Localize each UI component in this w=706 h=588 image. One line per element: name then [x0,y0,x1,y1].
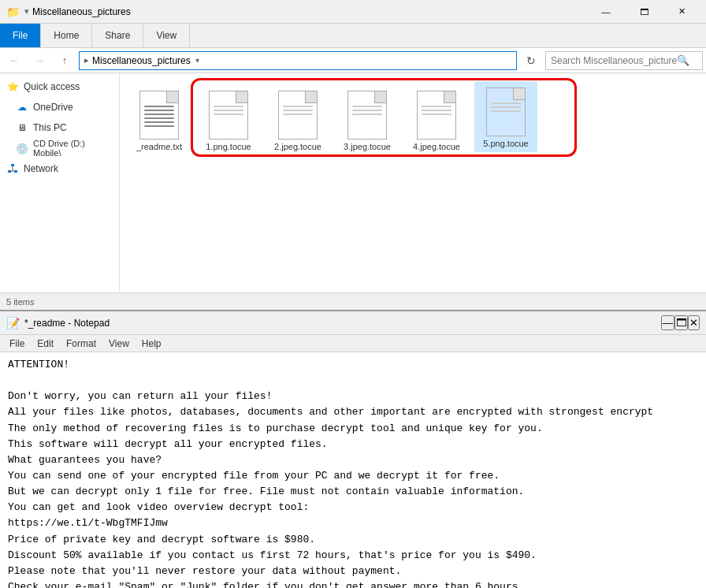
breadcrumb-dropdown[interactable]: ▾ [195,56,199,65]
list-item[interactable]: 4.jpeg.tocue [405,84,468,155]
cloud-icon: ☁ [16,101,28,114]
svg-rect-0 [11,164,14,166]
notepad-menu: File Edit Format View Help [0,335,706,352]
notepad-menu-edit[interactable]: Edit [31,337,60,351]
file-icon [278,91,318,140]
title-text: Miscellaneous_pictures [32,6,588,17]
up-button[interactable]: ↑ [54,50,76,71]
notepad-icon: 📝 [6,317,20,329]
file-icon [486,87,526,136]
tab-file[interactable]: File [0,24,41,47]
title-bar: 📁 ▾ Miscellaneous_pictures — 🗖 ✕ [0,0,706,24]
sidebar-item-thispc[interactable]: 🖥 This PC [0,117,119,138]
notepad-menu-format[interactable]: Format [60,337,102,351]
breadcrumb-text: Miscellaneous_pictures [92,55,191,66]
file-name: 2.jpeg.tocue [274,141,321,152]
search-input[interactable] [551,55,677,66]
file-icon [139,91,179,140]
title-icon: 📁 [6,6,20,18]
file-name: 4.jpeg.tocue [413,141,460,152]
refresh-button[interactable]: ↻ [520,50,542,71]
maximize-button[interactable]: 🗖 [626,0,662,24]
ribbon: File Home Share View [0,24,706,48]
notepad-minimize-button[interactable]: — [661,315,674,330]
file-icon [209,91,248,140]
tab-view[interactable]: View [143,24,190,47]
notepad-menu-view[interactable]: View [102,337,136,351]
notepad-close-button[interactable]: ✕ [688,315,700,330]
cd-icon: 💿 [16,142,28,154]
sidebar-item-onedrive[interactable]: ☁ OneDrive [0,97,119,117]
main-layout: ⭐ Quick access ☁ OneDrive 🖥 This PC 💿 CD… [0,73,706,292]
sidebar-label-cddrive: CD Drive (D:) Mobile\ [33,139,113,158]
notepad-title: *_readme - Notepad [24,318,661,329]
sidebar: ⭐ Quick access ☁ OneDrive 🖥 This PC 💿 CD… [0,73,120,292]
item-count: 5 items [6,297,34,307]
sidebar-item-cddrive[interactable]: 💿 CD Drive (D:) Mobile\ [0,138,119,158]
sidebar-label-quick-access: Quick access [24,81,80,92]
notepad-maximize-button[interactable]: 🗖 [674,315,688,330]
star-icon: ⭐ [6,80,19,93]
sidebar-item-network[interactable]: Network [0,158,119,179]
file-name: 3.jpeg.tocue [344,141,391,152]
breadcrumb[interactable]: ▸ Miscellaneous_pictures ▾ [79,51,517,70]
address-bar: ← → ↑ ▸ Miscellaneous_pictures ▾ ↻ 🔍 [0,48,706,73]
list-item[interactable]: _readme.txt [128,84,191,155]
notepad-title-bar: 📝 *_readme - Notepad — 🗖 ✕ [0,311,706,335]
tab-home[interactable]: Home [41,24,92,47]
sidebar-item-quick-access[interactable]: ⭐ Quick access [0,76,119,97]
list-item[interactable]: 2.jpeg.tocue [266,84,329,155]
sidebar-label-onedrive: OneDrive [33,102,73,113]
list-item[interactable]: 5.png.tocue [474,81,537,152]
pc-icon: 🖥 [16,121,28,134]
notepad-content[interactable]: ATTENTION! Don't worry, you can return a… [0,352,706,588]
breadcrumb-arrow: ▸ [84,55,89,65]
forward-button[interactable]: → [28,50,50,71]
file-icon [347,91,387,140]
search-icon: 🔍 [677,54,689,66]
tab-share[interactable]: Share [92,24,143,47]
search-box: 🔍 [545,51,703,70]
minimize-button[interactable]: — [588,0,624,24]
network-icon [6,162,19,175]
file-name: 1.png.tocue [206,141,251,152]
sidebar-label-thispc: This PC [33,122,67,133]
close-button[interactable]: ✕ [663,0,700,24]
status-bar: 5 items [0,292,706,310]
notepad-menu-help[interactable]: Help [136,337,168,351]
notepad-window: 📝 *_readme - Notepad — 🗖 ✕ File Edit For… [0,310,706,588]
list-item[interactable]: 3.jpeg.tocue [336,84,399,155]
window-controls: — 🗖 ✕ [588,0,700,24]
file-name: 5.png.tocue [483,138,529,149]
notepad-menu-file[interactable]: File [3,337,31,351]
file-name: _readme.txt [136,141,182,152]
file-area: _readme.txt 1.png.tocue 2.jpeg.tocue [120,73,706,292]
list-item[interactable]: 1.png.tocue [197,84,260,155]
back-button[interactable]: ← [3,50,25,71]
file-icon [417,91,456,140]
sidebar-label-network: Network [24,163,58,174]
ribbon-tabs: File Home Share View [0,24,706,47]
title-arrow: ▾ [24,6,29,17]
